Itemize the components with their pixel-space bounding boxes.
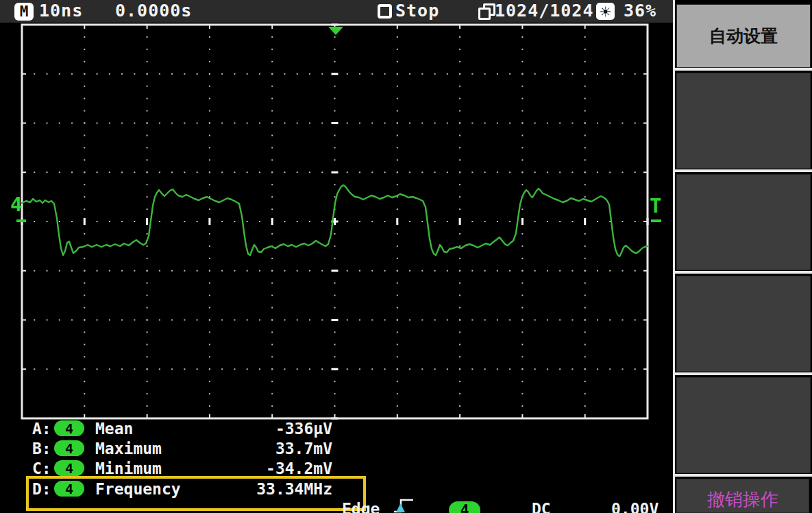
channel-badge: 4 [54, 420, 84, 436]
softkey-3[interactable] [676, 174, 811, 270]
measurement-slot: D: [32, 480, 51, 498]
measurement-label: Maximum [95, 440, 162, 457]
measurement-value: -34.2mV [219, 460, 332, 477]
channel-badge: 4 [54, 440, 84, 456]
measurement-value: 33.7mV [219, 440, 332, 457]
measurement-label: Frequency [95, 480, 181, 498]
softkey-auto-setup[interactable]: 自动设置 [676, 4, 811, 68]
softkey-sidebar: 自动设置 撤销操作 [673, 0, 812, 513]
trigger-source-badge[interactable]: 4 [449, 501, 480, 513]
channel-4-level-dash[interactable] [16, 219, 26, 222]
measurement-row-b[interactable]: B: 4 Maximum 33.7mV [0, 440, 363, 459]
trigger-coupling[interactable]: DC [532, 500, 551, 513]
measurement-label: Mean [95, 420, 133, 438]
channel-badge: 4 [54, 481, 84, 497]
channel-4-marker[interactable]: 4 [10, 195, 22, 215]
trigger-position-icon[interactable] [328, 27, 343, 35]
measurement-value: -336µV [219, 420, 332, 438]
softkey-5[interactable] [676, 377, 811, 473]
softkey-separator [673, 271, 812, 274]
trigger-level-value[interactable]: 0.00V [611, 500, 659, 513]
softkey-2[interactable] [676, 73, 811, 169]
trigger-type-label[interactable]: Edge [342, 500, 380, 513]
sidebar-divider [673, 0, 675, 513]
measurement-value: 33.34MHz [219, 480, 332, 498]
softkey-4[interactable] [676, 276, 811, 372]
softkey-separator [673, 372, 812, 375]
trigger-level-marker[interactable]: T [650, 196, 661, 216]
measurement-row-d[interactable]: D: 4 Frequency 33.34MHz [0, 480, 363, 499]
trigger-level-dash[interactable] [651, 219, 661, 222]
measurement-label: Minimum [95, 460, 162, 477]
channel-badge: 4 [54, 460, 84, 476]
softkey-separator [673, 169, 812, 172]
measurement-slot: B: [32, 440, 51, 457]
measurement-row-c[interactable]: C: 4 Minimum -34.2mV [0, 460, 363, 479]
measurement-slot: C: [32, 460, 51, 477]
measurement-slot: A: [32, 420, 51, 438]
rising-edge-icon[interactable] [392, 497, 415, 513]
softkey-undo[interactable]: 撤销操作 [676, 479, 809, 513]
softkey-separator [673, 68, 812, 71]
softkey-separator [673, 474, 812, 477]
measurement-row-a[interactable]: A: 4 Mean -336µV [0, 420, 363, 439]
